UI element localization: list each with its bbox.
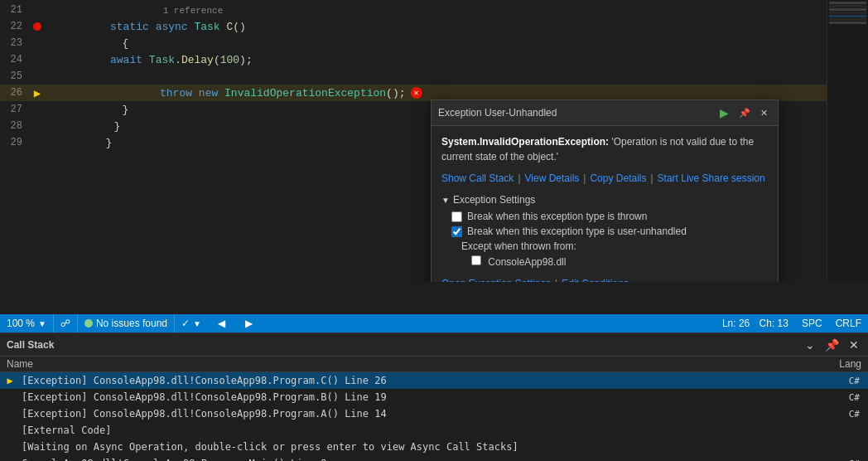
panel-collapse-button[interactable]: ⌄ [803,338,817,352]
status-no-issues[interactable]: No issues found [78,314,174,332]
encoding-label: SPC [802,318,822,329]
popup-buttons: ▶ 📌 ✕ [716,104,771,121]
callstack-rows[interactable]: ▶[Exception] ConsoleApp98.dll!ConsoleApp… [0,372,868,461]
bottom-link-sep: | [555,278,557,282]
line-number-21: 21 [0,4,29,16]
settings-header: ▼ Exception Settings [441,194,768,206]
panel-controls: ⌄ 📌 ✕ [803,338,861,352]
status-eol[interactable]: CRLF [829,318,868,329]
stack-row-5[interactable]: ConsoleApp98.dll!ConsoleApp98.Program.Ma… [0,455,868,461]
col-header-lang: Lang [827,357,868,371]
mini-line [829,15,866,17]
status-line-col[interactable]: Ln: 26 Ch: 13 [716,318,795,329]
break-on-throw-label: Break when this exception type is thrown [467,211,647,222]
call-stack-panel-title: Call Stack [7,339,54,351]
zoom-level: 100 % [7,318,35,329]
stack-row-1[interactable]: [Exception] ConsoleApp98.dll!ConsoleApp9… [0,389,868,405]
row-text-2: [Exception] ConsoleApp98.dll!ConsoleApp9… [18,408,825,420]
status-zoom[interactable]: 100 % ▼ [0,314,53,332]
mini-line [829,12,866,14]
status-bar: 100 % ▼ ☍ No issues found ✓ ▼ ◀ ▶ Ln: 26… [0,314,868,332]
row-text-3: [External Code] [18,425,825,436]
no-issues-icon [84,319,93,328]
line-number-24: 24 [0,54,29,66]
edit-conditions-link[interactable]: Edit Conditions [562,278,629,282]
code-text-29: } [105,137,112,149]
mini-line [829,2,866,4]
panel-pin-button[interactable]: 📌 [822,338,841,352]
popup-run-button[interactable]: ▶ [716,104,732,121]
status-check[interactable]: ✓ ▼ [175,314,208,332]
link-sep-1: | [518,172,520,184]
line-number-27: 27 [0,104,29,115]
popup-close-button[interactable]: ✕ [757,106,771,120]
popup-pin-button[interactable]: 📌 [735,106,754,120]
row-lang-5: C# [825,459,866,462]
line-number-26: 26 [0,87,29,99]
row-lang-1: C# [825,392,866,403]
show-call-stack-link[interactable]: Show Call Stack [441,172,514,184]
settings-title: Exception Settings [453,194,535,206]
current-line-arrow: ▶ [34,86,41,100]
view-details-link[interactable]: View Details [525,172,580,184]
nav-right-icon[interactable]: ▶ [242,318,256,329]
check-dropdown: ▼ [193,319,201,328]
callstack-header: Name Lang [0,357,868,372]
breakpoint-area-26[interactable]: ▶ [29,86,46,100]
line-number-25: 25 [0,70,29,82]
mini-line [829,5,866,7]
git-icon: ☍ [60,318,70,329]
breakpoint-area-22[interactable] [29,22,46,31]
status-encoding[interactable]: SPC [795,318,829,329]
consoleapp-source-checkbox[interactable] [471,255,481,265]
line-number-23: 23 [0,37,29,49]
except-when-label: Except when thrown from: [441,240,768,252]
zoom-icon: ▼ [38,319,46,328]
break-on-unhandled-checkbox[interactable] [451,226,462,237]
break-on-unhandled-label: Break when this exception type is user-u… [467,226,687,237]
stack-row-2[interactable]: [Exception] ConsoleApp98.dll!ConsoleApp9… [0,405,868,422]
stack-row-0[interactable]: ▶[Exception] ConsoleApp98.dll!ConsoleApp… [0,372,868,389]
minimap [827,0,868,282]
open-exception-settings-link[interactable]: Open Exception Settings [441,278,551,282]
status-nav-left[interactable]: ◀ [208,314,235,332]
row-text-5: ConsoleApp98.dll!ConsoleApp98.Program.Ma… [18,458,825,461]
status-git[interactable]: ☍ [54,314,77,332]
panel-close-button[interactable]: ✕ [846,338,861,352]
panel-header: Call Stack ⌄ 📌 ✕ [0,333,868,357]
breakpoint-dot-22[interactable] [33,22,41,31]
link-sep-3: | [650,172,653,184]
popup-titlebar: Exception User-Unhandled ▶ 📌 ✕ [432,100,778,126]
exception-popup: Exception User-Unhandled ▶ 📌 ✕ System.In… [431,99,779,282]
checkbox-row-1: Break when this exception type is thrown [441,211,768,222]
popup-links: Show Call Stack | View Details | Copy De… [441,172,768,184]
link-sep-2: | [583,172,586,184]
panel-area: Call Stack ⌄ 📌 ✕ Name Lang ▶[Exception] … [0,332,868,461]
break-on-throw-checkbox[interactable] [451,211,462,222]
nav-left-icon[interactable]: ◀ [215,318,229,329]
status-right: Ln: 26 Ch: 13 SPC CRLF [716,318,868,329]
row-text-0: [Exception] ConsoleApp98.dll!ConsoleApp9… [18,375,825,386]
bottom-links: Open Exception Settings | Edit Condition… [441,274,768,282]
row-icon-0: ▶ [2,375,18,386]
row-text-1: [Exception] ConsoleApp98.dll!ConsoleApp9… [18,391,825,403]
except-source: ConsoleApp98.dll [441,255,768,268]
popup-title: Exception User-Unhandled [438,107,557,119]
eol-label: CRLF [836,318,861,329]
exception-type: System.InvalidOperationException: [441,136,609,148]
stack-row-3[interactable]: [External Code] [0,422,868,439]
stack-row-4[interactable]: [Waiting on Async Operation, double-clic… [0,439,868,455]
row-text-4: [Waiting on Async Operation, double-clic… [18,441,825,453]
mini-line [829,18,866,21]
editor-area: 21 1 reference 22 static async Task C() … [0,0,868,282]
line-number-28: 28 [0,120,29,132]
code-line-24: 24 await Task.Delay(100); [0,51,868,68]
line-info: Ln: 26 [722,318,750,329]
line-number-29: 29 [0,137,29,148]
status-nav-right[interactable]: ▶ [235,314,263,332]
copy-details-link[interactable]: Copy Details [590,172,646,184]
line-number-22: 22 [0,21,29,32]
row-lang-0: C# [825,376,866,386]
row-lang-2: C# [825,409,866,420]
start-live-share-link[interactable]: Start Live Share session [658,172,765,184]
